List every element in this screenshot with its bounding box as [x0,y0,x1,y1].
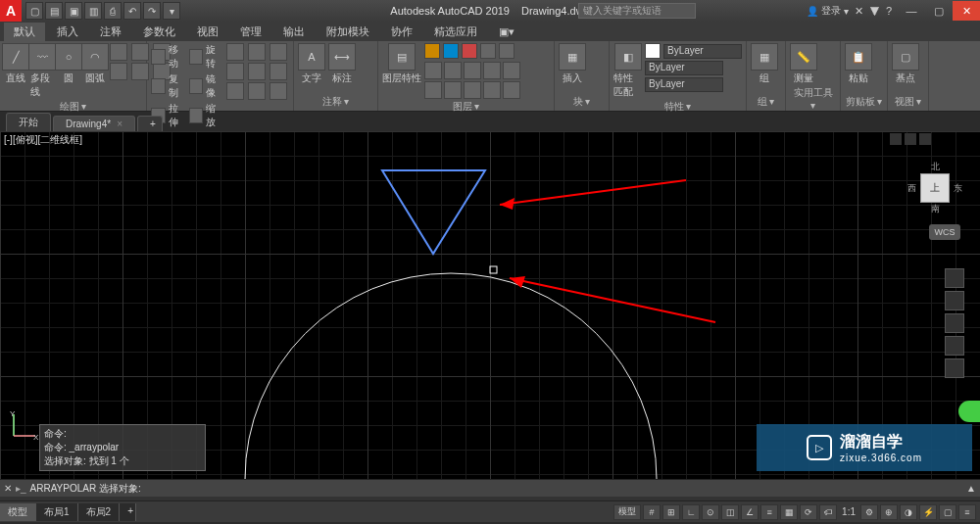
close-tab-icon[interactable]: × [117,119,122,129]
cmd-chevron-icon[interactable]: ▸_ [16,483,26,494]
cmd-expand-icon[interactable]: ▲ [966,483,976,494]
viewcube-top-face[interactable]: 上 [920,173,950,203]
hardware-accel-icon[interactable]: ⚡ [919,504,937,520]
cleanscreen-icon[interactable]: ▢ [939,504,956,520]
command-line[interactable]: ✕ ▸_ ARRAYPOLAR 选择对象: ▲ [0,479,980,497]
copy-button[interactable]: 复制 [151,72,186,100]
qat-redo-icon[interactable]: ↷ [143,2,161,20]
drawing-tab[interactable]: Drawing4*× [53,116,135,131]
group-button[interactable]: ▦组 [751,43,778,85]
add-layout-button[interactable]: + [120,503,136,521]
grid-toggle-icon[interactable]: # [643,504,661,520]
cycling-toggle-icon[interactable]: ⟳ [800,504,817,520]
help-bubble-icon[interactable] [958,401,980,422]
qat-saveas-icon[interactable]: ▥ [84,2,102,20]
close-button[interactable]: ✕ [953,1,980,21]
scale-label[interactable]: 1:1 [839,506,858,517]
qat-new-icon[interactable]: ▢ [25,2,43,20]
drawing-area[interactable]: [-][俯视][二维线框] 北 南 东 西 上 WCS [0,131,980,479]
transparency-toggle-icon[interactable]: ▦ [780,504,798,520]
qat-open-icon[interactable]: ▤ [45,2,63,20]
tab-output[interactable]: 输出 [273,23,315,41]
new-tab-button[interactable]: + [137,116,163,131]
insert-block-button[interactable]: ▦插入 [559,43,586,85]
snap-toggle-icon[interactable]: ⊞ [662,504,680,520]
tab-annotate[interactable]: 注释 [90,23,131,41]
tab-insert[interactable]: 插入 [47,23,88,41]
dimension-button[interactable]: ⟷标注 [328,43,356,85]
move-button[interactable]: 移动 [151,43,186,71]
tab-featured[interactable]: 精选应用 [424,23,487,41]
maximize-button[interactable]: ▢ [925,1,953,21]
qat-more-icon[interactable]: ▾ [163,2,180,20]
minimize-button[interactable]: — [898,1,925,21]
measure-button[interactable]: 📏测量 [790,43,817,85]
wcs-badge[interactable]: WCS [929,224,960,240]
panel-util-title[interactable]: 实用工具 ▾ [790,85,836,111]
isolate-icon[interactable]: ◑ [900,504,917,520]
help-dropdown-icon[interactable]: ⯆ [869,5,880,17]
qat-print-icon[interactable]: ⎙ [104,2,122,20]
tab-addins[interactable]: 附加模块 [317,23,379,41]
sign-in-button[interactable]: 👤 登录 ▾ [807,4,849,18]
help-icon[interactable]: ? [886,5,892,17]
base-button[interactable]: ▢基点 [892,43,919,85]
modelspace-toggle[interactable]: 模型 [613,504,641,520]
panel-view-title[interactable]: 视图 ▾ [892,94,924,109]
lineweight-combo[interactable]: ByLayer [645,61,723,75]
tab-view[interactable]: 视图 [187,23,228,41]
layout2-tab[interactable]: 布局2 [78,503,121,521]
color-swatch-icon[interactable] [645,43,661,59]
tab-overflow-icon[interactable]: ▣▾ [489,24,524,40]
panel-props-title[interactable]: 特性 ▾ [613,99,742,114]
otrack-toggle-icon[interactable]: ∠ [741,504,759,520]
panel-layer-title[interactable]: 图层 ▾ [382,99,550,114]
modify-flyout-grid[interactable] [226,43,289,100]
layout1-tab[interactable]: 布局1 [36,503,78,521]
tab-parametric[interactable]: 参数化 [133,23,185,41]
line-button[interactable]: ╱直线 [4,43,27,85]
osnap-toggle-icon[interactable]: ◫ [721,504,739,520]
panel-draw-title[interactable]: 绘图 ▾ [4,99,142,114]
nav-zoom-icon[interactable] [945,313,964,333]
command-input[interactable] [145,483,962,494]
color-combo[interactable]: ByLayer [663,44,742,59]
start-tab[interactable]: 开始 [6,113,51,131]
nav-pan-icon[interactable] [945,291,964,310]
text-button[interactable]: A文字 [298,43,325,85]
tab-manage[interactable]: 管理 [230,23,271,41]
paste-button[interactable]: 📋粘贴 [845,43,872,85]
cmd-handle-icon[interactable]: ✕ [4,483,12,494]
help-search-input[interactable]: 键入关键字或短语 [578,3,696,19]
circle-shape[interactable] [245,273,657,479]
ortho-toggle-icon[interactable]: ∟ [682,504,700,520]
viewcube[interactable]: 北 南 东 西 上 [907,161,962,215]
panel-group-title[interactable]: 组 ▾ [751,94,781,109]
workspace-switch-icon[interactable]: ⚙ [860,504,878,520]
polar-toggle-icon[interactable]: ⊙ [702,504,719,520]
mirror-button[interactable]: 镜像 [189,72,224,100]
layer-state-row[interactable] [424,43,520,59]
lineweight-toggle-icon[interactable]: ≡ [760,504,778,520]
triangle-shape[interactable] [382,170,485,254]
nav-wheel-icon[interactable] [945,268,964,288]
tab-collab[interactable]: 协作 [381,23,422,41]
scale-button[interactable]: 缩放 [189,102,224,129]
ucs-icon[interactable]: Y X [10,410,39,440]
match-props-button[interactable]: ◧特性匹配 [613,43,642,99]
annotation-monitor-icon[interactable]: ⊕ [880,504,898,520]
circle-button[interactable]: ○圆 [57,43,80,85]
rotate-button[interactable]: 旋转 [189,43,224,71]
qat-undo-icon[interactable]: ↶ [123,2,141,20]
arc-button[interactable]: ◠圆弧 [83,43,107,85]
panel-clip-title[interactable]: 剪贴板 ▾ [845,94,883,109]
tab-default[interactable]: 默认 [4,23,45,41]
layer-tools-grid[interactable] [424,62,520,99]
exchange-icon[interactable]: ✕ [855,5,863,18]
nav-showmotion-icon[interactable] [945,358,964,378]
polyline-button[interactable]: 〰多段线 [30,43,54,99]
annoscale-icon[interactable]: 🏷 [819,504,837,520]
nav-orbit-icon[interactable] [945,336,964,356]
panel-annot-title[interactable]: 注释 ▾ [298,94,373,109]
customize-status-icon[interactable]: ≡ [958,504,976,520]
